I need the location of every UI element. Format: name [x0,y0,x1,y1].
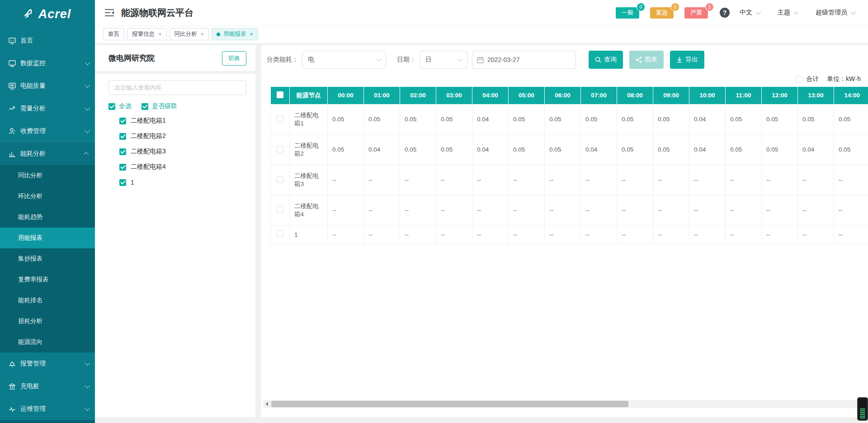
column-header-time: 04:00 [472,87,509,104]
tree-node-1[interactable]: 1 [95,175,255,190]
tree-node-checkbox[interactable] [119,179,126,186]
alarm-badge-一般[interactable]: 一般0 [616,7,639,19]
value-cell: -- [834,225,868,243]
close-icon[interactable]: × [201,31,204,38]
scroll-left-arrow-icon[interactable] [265,402,268,406]
sidebar-item-报警管理[interactable]: 报警管理 [0,352,95,375]
summary-row: 合计 单位：kW·h [261,69,868,87]
tree-node-checkbox[interactable] [119,148,126,155]
export-button[interactable]: 导出 [670,51,704,69]
total-checkbox[interactable] [796,76,802,83]
table-row: 二楼配电箱4------------------------------ [271,195,868,225]
cascade-label[interactable]: 是否级联 [152,102,177,110]
tree-node-二楼配电箱3[interactable]: 二楼配电箱3 [95,144,255,159]
charging-pile-icon [8,382,16,390]
select-all-label[interactable]: 全选 [119,102,132,110]
row-checkbox[interactable] [277,206,283,213]
badge-count: 0 [671,3,679,11]
row-checkbox[interactable] [277,146,283,152]
alarm-badges: 一般0紧急0严重1 [616,7,719,19]
value-cell: 0.05 [617,104,653,134]
tab-label: 报警信息 [132,30,155,38]
tree-search-input[interactable] [108,80,246,95]
sidebar-subitem-用能报表[interactable]: 用能报表 [0,228,95,248]
sidebar-subitem-能耗排名[interactable]: 能耗排名 [0,290,95,311]
tab-首页[interactable]: 首页 [103,28,124,40]
sidebar-item-label: 报警管理 [20,360,85,368]
value-cell: -- [364,195,400,225]
chart-button[interactable]: 图表 [629,51,664,69]
select-all-checkbox[interactable] [108,103,115,110]
collapse-menu-icon[interactable] [104,8,115,17]
sidebar-subitem-损耗分析[interactable]: 损耗分析 [0,311,95,332]
row-checkbox[interactable] [277,115,283,122]
total-label[interactable]: 合计 [806,75,819,83]
tab-用能报表[interactable]: 用能报表× [212,28,258,40]
user-menu[interactable]: 超级管理员 [816,9,854,17]
close-icon[interactable]: × [158,31,162,38]
node-name-cell: 1 [290,225,328,243]
value-cell: 0.05 [617,134,653,165]
sidebar-item-首页[interactable]: 首页 [0,29,95,52]
active-tab-dot [217,33,220,36]
tree-node-checkbox[interactable] [119,118,126,124]
category-select[interactable]: 电 [302,51,386,69]
value-cell: -- [798,165,834,195]
query-button[interactable]: 查询 [589,51,623,69]
ops-pulse-icon [8,405,16,413]
alarm-badge-严重[interactable]: 严重1 [684,7,708,19]
sidebar-subitem-环比分析[interactable]: 环比分析 [0,186,95,207]
sidebar-item-电能质量[interactable]: 电能质量 [0,75,95,97]
header-right: 一般0紧急0严重1 ? 中文 主题 超级管理员 [616,7,868,19]
energy-report-table: 能源节点00:0001:0002:0003:0004:0005:0006:000… [270,87,868,244]
sidebar-item-运维管理[interactable]: 运维管理 [0,398,95,420]
value-cell: -- [328,195,364,225]
sidebar-item-需量分析[interactable]: 需量分析 [0,97,95,120]
alarm-badge-紧急[interactable]: 紧急0 [650,7,674,19]
sidebar-subitem-同比分析[interactable]: 同比分析 [0,165,95,186]
sidebar-item-label: 运维管理 [20,405,85,413]
sidebar-item-充电桩[interactable]: 充电桩 [0,375,95,398]
tree-node-二楼配电箱2[interactable]: 二楼配电箱2 [95,128,255,144]
row-checkbox[interactable] [277,176,283,183]
filter-bar: 分类能耗： 电 日期： 日 2022-03-27 查询 [261,45,868,69]
close-icon[interactable]: × [250,31,253,38]
value-cell: -- [726,165,762,195]
tree-node-checkbox[interactable] [119,133,126,140]
select-all-rows-checkbox[interactable] [277,91,283,98]
value-cell: -- [689,225,726,243]
tab-同比分析[interactable]: 同比分析× [170,28,209,40]
search-icon [595,57,601,63]
granularity-select[interactable]: 日 [420,51,467,69]
row-checkbox[interactable] [277,230,283,237]
scrollbar-thumb[interactable] [271,401,628,407]
sidebar: Acrel 首页数据监控电能质量需量分析收费管理能耗分析同比分析环比分析能耗趋势… [0,0,95,423]
cascade-checkbox[interactable] [142,103,148,110]
sidebar-subitem-复费率报表[interactable]: 复费率报表 [0,269,95,290]
node-name-cell: 二楼配电箱1 [290,104,328,134]
switch-button[interactable]: 切换 [222,51,246,66]
value-cell: -- [726,225,762,243]
acrel-logo: Acrel [0,0,95,28]
sidebar-subitem-能源流向[interactable]: 能源流向 [0,332,95,352]
sidebar-item-收费管理[interactable]: 收费管理 [0,120,95,143]
monitor-icon [8,59,16,67]
sidebar-subitem-能耗趋势[interactable]: 能耗趋势 [0,207,95,228]
horizontal-scrollbar[interactable] [263,400,863,408]
tree-node-checkbox[interactable] [119,164,126,171]
language-label: 中文 [740,9,752,17]
tree-node-二楼配电箱4[interactable]: 二楼配电箱4 [95,159,255,175]
theme-selector[interactable]: 主题 [778,9,797,17]
value-cell: -- [834,165,868,195]
sidebar-item-数据监控[interactable]: 数据监控 [0,52,95,75]
sidebar-subitem-集抄报表[interactable]: 集抄报表 [0,248,95,269]
tab-bar: 首页报警信息×同比分析×用能报表× [95,25,868,43]
date-picker[interactable]: 2022-03-27 [472,51,576,69]
sidebar-item-label: 首页 [20,37,89,45]
language-selector[interactable]: 中文 [740,9,760,17]
tree-node-二楼配电箱1[interactable]: 二楼配电箱1 [95,113,255,128]
help-icon[interactable]: ? [720,8,730,18]
sidebar-item-能耗分析[interactable]: 能耗分析 [0,143,95,165]
value-cell: 0.05 [726,104,762,134]
tab-报警信息[interactable]: 报警信息× [127,28,167,40]
